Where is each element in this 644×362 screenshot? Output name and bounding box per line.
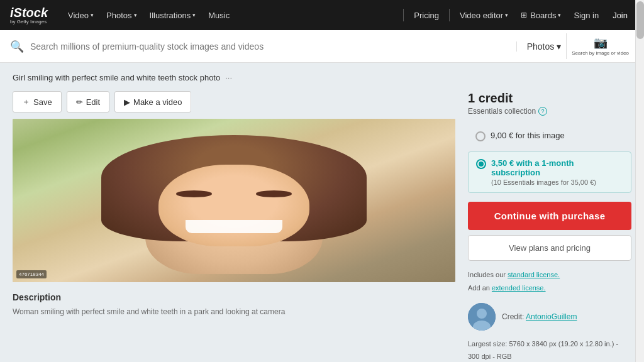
search-input[interactable] bbox=[30, 41, 516, 52]
search-right: Photos ▾ 📷 Search by image or video bbox=[516, 33, 634, 60]
pricing-option-subscription[interactable]: 3,50 € with a 1-month subscription (10 E… bbox=[468, 151, 631, 193]
credit-name-link[interactable]: AntonioGuillem bbox=[526, 312, 577, 321]
option2-price: 3,50 € with a 1-month subscription bbox=[491, 158, 623, 177]
logo-name: iStock bbox=[10, 6, 48, 19]
photos-category-dropdown[interactable]: Photos ▾ bbox=[516, 41, 562, 52]
meta-largest-size: Largest size: 5760 x 3840 px (19.20 x 12… bbox=[468, 338, 631, 362]
description-text: Woman smiling with perfect smile and whi… bbox=[13, 306, 455, 317]
right-panel: 1 credit Essentials collection ? 9,00 € … bbox=[468, 91, 631, 362]
nav-divider bbox=[403, 9, 404, 21]
credit-info: Credit: AntonioGuillem bbox=[502, 312, 577, 321]
nav-right: Pricing Video editor ▾ ⊞ Boards ▾ Sign i… bbox=[401, 8, 634, 23]
search-by-image-button[interactable]: 📷 Search by image or video bbox=[566, 33, 634, 60]
radio-subscription[interactable] bbox=[476, 159, 486, 169]
radio-inner bbox=[479, 162, 484, 167]
extended-license-link[interactable]: extended license. bbox=[492, 284, 546, 292]
continue-purchase-button[interactable]: Continue with purchase bbox=[468, 202, 631, 230]
make-video-button[interactable]: ▶ Make a video bbox=[114, 91, 191, 112]
nav-boards[interactable]: ⊞ Boards ▾ bbox=[516, 8, 566, 23]
edit-button[interactable]: ✏ Edit bbox=[67, 91, 109, 112]
chevron-down-icon: ▾ bbox=[134, 12, 137, 18]
scrollbar[interactable] bbox=[635, 0, 644, 362]
smile bbox=[186, 220, 283, 233]
license-info: Includes our standard license. bbox=[468, 270, 631, 280]
nav-video[interactable]: Video ▾ bbox=[63, 8, 99, 23]
more-options-button[interactable]: ··· bbox=[225, 73, 232, 82]
chevron-down-icon: ▾ bbox=[192, 12, 196, 18]
meta-info: Largest size: 5760 x 3840 px (19.20 x 12… bbox=[468, 338, 631, 362]
credit-count: 1 credit bbox=[468, 91, 631, 106]
left-eye bbox=[176, 190, 211, 197]
description-section: Description Woman smiling with perfect s… bbox=[13, 292, 455, 317]
left-panel: ＋ Save ✏ Edit ▶ Make a video bbox=[13, 91, 455, 362]
plus-icon: ＋ bbox=[22, 96, 30, 107]
nav-signin[interactable]: Sign in bbox=[569, 8, 604, 23]
option1-price: 9,00 € for this image bbox=[491, 131, 565, 140]
video-icon: ▶ bbox=[124, 97, 130, 107]
extended-license-info: Add an extended license. bbox=[468, 283, 631, 293]
chevron-down-icon: ▾ bbox=[557, 41, 561, 52]
avatar bbox=[468, 303, 496, 331]
edit-icon: ✏ bbox=[76, 97, 83, 107]
chevron-down-icon: ▾ bbox=[91, 12, 94, 18]
standard-license-link[interactable]: standard license. bbox=[508, 271, 560, 278]
nav-illustrations[interactable]: Illustrations ▾ bbox=[145, 8, 201, 23]
content-layout: ＋ Save ✏ Edit ▶ Make a video bbox=[13, 91, 631, 362]
scrollbar-thumb[interactable] bbox=[636, 1, 644, 39]
logo[interactable]: iStock by Getty Images bbox=[10, 6, 48, 25]
face-overlay bbox=[158, 165, 309, 246]
save-button[interactable]: ＋ Save bbox=[13, 91, 62, 112]
logo-tagline: by Getty Images bbox=[10, 19, 48, 25]
nav-music[interactable]: Music bbox=[203, 8, 235, 23]
top-navigation: iStock by Getty Images Video ▾ Photos ▾ … bbox=[0, 0, 644, 30]
nav-join[interactable]: Join bbox=[606, 8, 634, 23]
nav-pricing[interactable]: Pricing bbox=[409, 8, 444, 23]
pricing-option-single[interactable]: 9,00 € for this image bbox=[468, 124, 631, 148]
action-buttons: ＋ Save ✏ Edit ▶ Make a video bbox=[13, 91, 455, 112]
page-title: Girl smiling with perfect smile and whit… bbox=[13, 73, 220, 82]
svg-point-1 bbox=[477, 309, 487, 319]
nav-video-editor[interactable]: Video editor ▾ bbox=[455, 8, 513, 23]
nav-divider-2 bbox=[449, 9, 450, 21]
nav-items: Video ▾ Photos ▾ Illustrations ▾ Music bbox=[63, 8, 235, 23]
pricing-options: 9,00 € for this image 3,50 € with a 1-mo… bbox=[468, 124, 631, 193]
radio-single[interactable] bbox=[475, 131, 486, 141]
camera-icon: 📷 bbox=[594, 36, 608, 50]
main-content: Girl smiling with perfect smile and whit… bbox=[0, 63, 644, 362]
right-eye bbox=[256, 190, 291, 197]
description-heading: Description bbox=[13, 292, 455, 302]
nav-photos[interactable]: Photos ▾ bbox=[101, 8, 142, 23]
option2-sub: (10 Essentials images for 35,00 €) bbox=[491, 178, 623, 186]
help-icon[interactable]: ? bbox=[538, 107, 547, 116]
breadcrumb: Girl smiling with perfect smile and whit… bbox=[13, 73, 631, 82]
search-icon: 🔍 bbox=[10, 40, 24, 53]
boards-icon: ⊞ bbox=[521, 11, 527, 19]
view-plans-button[interactable]: View plans and pricing bbox=[468, 235, 631, 261]
search-bar: 🔍 Photos ▾ 📷 Search by image or video bbox=[0, 30, 644, 63]
photo-id-badge: 476718344 bbox=[16, 270, 47, 278]
photo-container: iStock iStock iStock iStock iStock iStoc… bbox=[13, 119, 455, 282]
chevron-down-icon: ▾ bbox=[505, 12, 508, 18]
collection-label: Essentials collection ? bbox=[468, 107, 631, 116]
credit-section: Credit: AntonioGuillem bbox=[468, 303, 631, 331]
chevron-down-icon: ▾ bbox=[558, 12, 561, 18]
